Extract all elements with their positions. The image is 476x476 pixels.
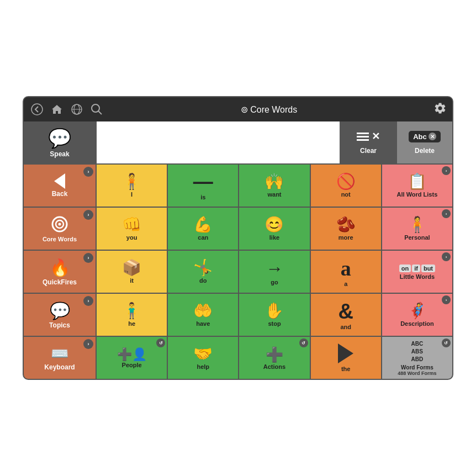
description-badge: › bbox=[442, 295, 451, 304]
cell-the[interactable]: the bbox=[311, 337, 381, 379]
personal-badge: › bbox=[442, 209, 451, 218]
cell-description[interactable]: › 🦸 Description bbox=[382, 294, 452, 336]
clear-button[interactable]: ✕ Clear bbox=[341, 121, 396, 163]
back-nav-icon[interactable] bbox=[29, 102, 45, 117]
speak-label: Speak bbox=[50, 150, 69, 158]
cell-stop[interactable]: ✋ stop bbox=[239, 294, 309, 336]
back-badge: › bbox=[83, 167, 93, 177]
cell-and[interactable]: & and bbox=[311, 294, 381, 336]
grid-row-2: 👊 you 💪 can 😊 like 🫘 more › 🧍 bbox=[97, 208, 452, 250]
cell-word-forms[interactable]: ↺ ABC ABS ABD Word Forms 488 Word Forms bbox=[382, 337, 452, 379]
cell-he[interactable]: 🧍‍♂️ he bbox=[97, 294, 167, 336]
top-row: ✕ Clear Abc✕ Delete bbox=[97, 121, 452, 163]
nav-title: ⊚ Core Words bbox=[104, 104, 433, 115]
cell-personal[interactable]: › 🧍 Personal bbox=[382, 208, 452, 250]
sidebar: 💬 Speak › Back › bbox=[24, 121, 96, 379]
actions-badge: ↺ bbox=[299, 339, 308, 347]
cell-more[interactable]: 🫘 more bbox=[311, 208, 381, 250]
nav-bar: ⊚ Core Words bbox=[24, 97, 452, 121]
topics-button[interactable]: › 💬 Topics bbox=[24, 294, 96, 336]
home-nav-icon[interactable] bbox=[49, 102, 65, 117]
quickfires-button[interactable]: › 🔥 QuickFires bbox=[24, 251, 96, 293]
svg-marker-1 bbox=[52, 105, 62, 114]
cell-it[interactable]: 📦 it bbox=[97, 251, 167, 293]
cell-can[interactable]: 💪 can bbox=[168, 208, 238, 250]
grid-row-4: 🧍‍♂️ he 🤲 have ✋ stop & and › 🦸 bbox=[97, 294, 452, 336]
search-nav-icon[interactable] bbox=[89, 102, 104, 117]
topics-badge: › bbox=[83, 296, 93, 306]
cell-go[interactable]: → go bbox=[239, 251, 309, 293]
globe-nav-icon[interactable] bbox=[69, 102, 84, 117]
word-forms-badge: ↺ bbox=[442, 339, 451, 347]
content-area: ✕ Clear Abc✕ Delete 🧍 I — bbox=[97, 121, 452, 379]
keyboard-button[interactable]: › ⌨️ Keyboard bbox=[24, 337, 96, 379]
cell-all-word-lists[interactable]: › 📋 All Word Lists bbox=[382, 165, 452, 207]
grid-row-5: ↺ ➕👤 People 🤝 help ↺ ➕ Actions the bbox=[97, 337, 452, 379]
cell-I[interactable]: 🧍 I bbox=[97, 165, 167, 207]
core-words-button[interactable]: › Core Words bbox=[24, 208, 96, 250]
cell-help[interactable]: 🤝 help bbox=[168, 337, 238, 379]
quickfires-label: QuickFires bbox=[43, 278, 77, 286]
text-input-area[interactable] bbox=[97, 121, 340, 163]
cell-not[interactable]: 🚫 not bbox=[311, 165, 381, 207]
back-label: Back bbox=[52, 190, 68, 198]
keyboard-label: Keyboard bbox=[44, 363, 75, 371]
back-button[interactable]: › Back bbox=[24, 165, 96, 207]
cell-a[interactable]: a a bbox=[311, 251, 381, 293]
cell-you[interactable]: 👊 you bbox=[97, 208, 167, 250]
topics-label: Topics bbox=[49, 321, 70, 329]
cell-have[interactable]: 🤲 have bbox=[168, 294, 238, 336]
svg-point-5 bbox=[92, 104, 99, 112]
delete-label: Delete bbox=[415, 147, 435, 155]
cell-actions[interactable]: ↺ ➕ Actions bbox=[239, 337, 309, 379]
svg-line-6 bbox=[98, 111, 102, 114]
grid-row-3: 📦 it 🤸 do → go a a › on bbox=[97, 251, 452, 293]
main-area: 💬 Speak › Back › bbox=[24, 121, 452, 379]
settings-icon[interactable] bbox=[433, 102, 447, 118]
cell-is[interactable]: — is bbox=[168, 165, 238, 207]
cell-little-words[interactable]: › on if but Little Words bbox=[382, 251, 452, 293]
speak-button[interactable]: 💬 Speak bbox=[24, 121, 96, 163]
little-words-badge: › bbox=[442, 252, 451, 261]
svg-point-0 bbox=[31, 104, 43, 115]
all-word-lists-badge: › bbox=[442, 166, 451, 175]
delete-button[interactable]: Abc✕ Delete bbox=[397, 121, 452, 163]
people-badge: ↺ bbox=[156, 339, 165, 347]
cell-do[interactable]: 🤸 do bbox=[168, 251, 238, 293]
app-container: ⊚ Core Words 💬 Speak › Back bbox=[23, 96, 453, 380]
core-words-label: Core Words bbox=[43, 236, 77, 242]
svg-point-9 bbox=[59, 223, 61, 225]
clear-label: Clear bbox=[360, 147, 377, 155]
core-words-badge: › bbox=[83, 210, 93, 220]
cell-want[interactable]: 🙌 want bbox=[239, 165, 309, 207]
keyboard-badge: › bbox=[83, 339, 93, 349]
grid-row-1: 🧍 I — is 🙌 want 🚫 not › 📋 bbox=[97, 165, 452, 207]
cell-people[interactable]: ↺ ➕👤 People bbox=[97, 337, 167, 379]
cell-like[interactable]: 😊 like bbox=[239, 208, 309, 250]
quickfires-badge: › bbox=[83, 253, 93, 263]
